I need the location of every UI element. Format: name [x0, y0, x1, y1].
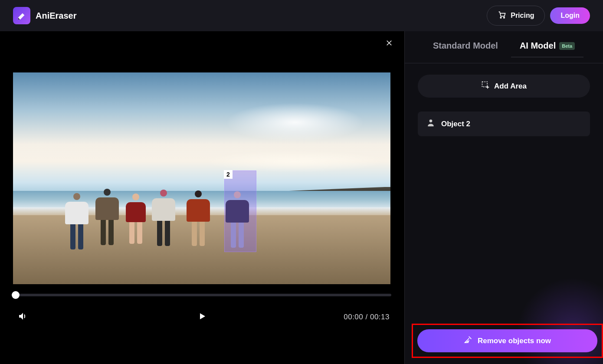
video-preview[interactable]: 2 — [13, 72, 390, 284]
object-item-label: Object 2 — [441, 120, 470, 128]
app-header: AniEraser Pricing Login — [0, 0, 603, 31]
volume-button[interactable] — [15, 308, 30, 325]
remove-objects-button[interactable]: Remove objects now — [417, 329, 597, 352]
timeline-track[interactable] — [13, 294, 391, 296]
timeline-handle[interactable] — [12, 291, 20, 299]
brand-name: AniEraser — [36, 11, 77, 21]
play-button[interactable] — [194, 308, 210, 325]
pricing-button[interactable]: Pricing — [487, 6, 545, 26]
video-scene-cloud — [226, 103, 364, 142]
video-scene-person — [126, 193, 146, 247]
main-layout: 2 — [0, 31, 603, 364]
add-area-icon — [481, 81, 490, 92]
add-area-label: Add Area — [494, 82, 527, 91]
svg-point-1 — [504, 17, 505, 18]
time-display: 00:00 / 00:13 — [344, 313, 390, 321]
video-scene-person — [152, 190, 175, 246]
volume-icon — [17, 316, 28, 323]
side-panel: Standard Model AI Model Beta Add Area — [404, 31, 603, 364]
tab-ai-label: AI Model — [520, 41, 556, 51]
close-button[interactable] — [385, 39, 393, 49]
time-separator: / — [363, 313, 370, 321]
time-current: 00:00 — [344, 313, 363, 321]
remove-objects-label: Remove objects now — [478, 337, 551, 345]
cta-highlight-box: Remove objects now — [412, 324, 603, 358]
brand: AniEraser — [13, 7, 77, 24]
object-item[interactable]: Object 2 — [418, 111, 590, 136]
time-total: 00:13 — [370, 313, 390, 321]
selection-label: 2 — [224, 170, 233, 179]
svg-rect-2 — [482, 82, 488, 87]
login-label: Login — [560, 12, 580, 19]
tab-ai-model[interactable]: AI Model Beta — [520, 41, 575, 57]
beta-badge: Beta — [559, 42, 575, 50]
cart-icon — [498, 10, 506, 21]
add-area-button[interactable]: Add Area — [418, 75, 590, 98]
svg-point-0 — [500, 17, 501, 18]
pricing-label: Pricing — [511, 12, 534, 20]
video-scene-person — [95, 189, 119, 245]
model-tabs: Standard Model AI Model Beta — [418, 39, 590, 63]
close-icon — [385, 39, 393, 49]
tab-standard-label: Standard Model — [433, 41, 498, 51]
player-controls: 00:00 / 00:13 — [13, 308, 391, 325]
selection-box[interactable]: 2 — [224, 171, 256, 252]
tabs-divider — [405, 63, 603, 63]
login-button[interactable]: Login — [550, 7, 590, 24]
person-icon — [426, 118, 435, 129]
play-icon — [197, 316, 207, 323]
header-actions: Pricing Login — [487, 6, 590, 26]
video-scene-person — [65, 193, 88, 249]
tab-standard-model[interactable]: Standard Model — [433, 41, 498, 57]
app-logo-icon — [13, 7, 30, 24]
svg-point-3 — [429, 120, 433, 123]
broom-icon — [464, 335, 472, 346]
video-scene-person — [187, 190, 210, 247]
video-scene-cloud — [204, 151, 386, 172]
editor-area: 2 — [0, 31, 404, 364]
